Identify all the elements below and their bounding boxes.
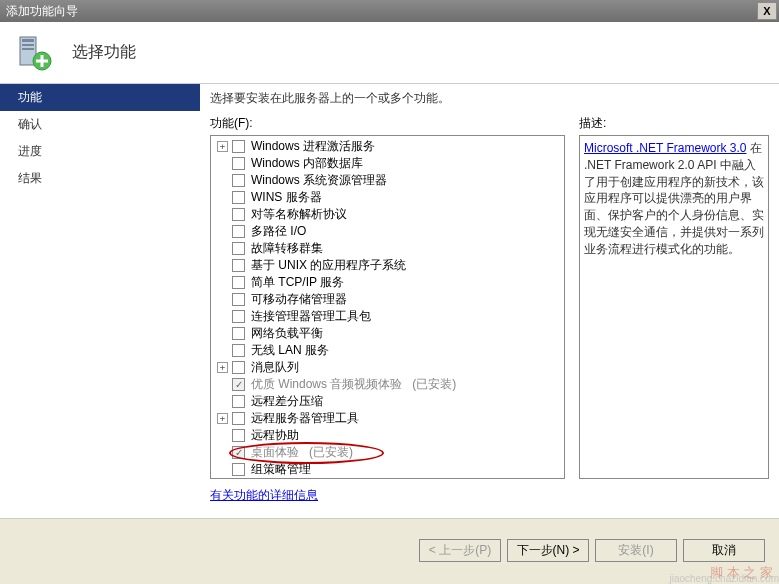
- button-bar: < 上一步(P) 下一步(N) > 安装(I) 取消: [0, 518, 779, 582]
- feature-checkbox[interactable]: [232, 429, 245, 442]
- wizard-header: 选择功能: [0, 22, 779, 84]
- feature-row[interactable]: 基于 UNIX 的应用程序子系统: [211, 257, 564, 274]
- feature-row[interactable]: WINS 服务器: [211, 189, 564, 206]
- feature-row[interactable]: 远程差分压缩: [211, 393, 564, 410]
- description-text: 在 .NET Framework 2.0 API 中融入了用于创建应用程序的新技…: [584, 141, 764, 256]
- feature-row[interactable]: 连接管理器管理工具包: [211, 308, 564, 325]
- feature-label: 对等名称解析协议: [251, 206, 347, 223]
- svg-rect-3: [22, 48, 34, 50]
- prev-button[interactable]: < 上一步(P): [419, 539, 501, 562]
- feature-label: 连接管理器管理工具包: [251, 308, 371, 325]
- expand-icon[interactable]: +: [217, 141, 228, 152]
- feature-label: 故障转移群集: [251, 240, 323, 257]
- feature-row[interactable]: 多路径 I/O: [211, 223, 564, 240]
- svg-rect-2: [22, 44, 34, 46]
- feature-label: 消息队列: [251, 359, 299, 376]
- feature-checkbox[interactable]: [232, 242, 245, 255]
- description-title-link[interactable]: Microsoft .NET Framework 3.0: [584, 141, 746, 155]
- feature-checkbox[interactable]: [232, 395, 245, 408]
- feature-checkbox[interactable]: [232, 344, 245, 357]
- feature-checkbox[interactable]: [232, 412, 245, 425]
- feature-row[interactable]: 故障转移群集: [211, 240, 564, 257]
- installed-badge: (已安装): [309, 444, 353, 461]
- feature-row[interactable]: 可移动存储管理器: [211, 291, 564, 308]
- feature-checkbox[interactable]: [232, 225, 245, 238]
- feature-checkbox[interactable]: [232, 327, 245, 340]
- feature-checkbox[interactable]: [232, 463, 245, 476]
- svg-rect-1: [22, 39, 34, 42]
- feature-label: Windows 进程激活服务: [251, 138, 375, 155]
- feature-checkbox[interactable]: [232, 310, 245, 323]
- features-label: 功能(F):: [210, 115, 565, 132]
- feature-label: 远程服务器管理工具: [251, 410, 359, 427]
- cancel-button[interactable]: 取消: [683, 539, 765, 562]
- feature-checkbox[interactable]: [232, 191, 245, 204]
- feature-label: 可移动存储管理器: [251, 291, 347, 308]
- feature-label: 桌面体验: [251, 444, 299, 461]
- feature-row[interactable]: +消息队列: [211, 359, 564, 376]
- close-button[interactable]: X: [757, 2, 777, 20]
- more-info-link[interactable]: 有关功能的详细信息: [210, 487, 565, 504]
- feature-row[interactable]: Windows 内部数据库: [211, 155, 564, 172]
- sidebar-item-1[interactable]: 确认: [0, 111, 200, 138]
- main-panel: 选择要安装在此服务器上的一个或多个功能。 功能(F): +Windows Ser…: [200, 84, 779, 518]
- feature-label: Windows 系统资源管理器: [251, 172, 387, 189]
- window-title: 添加功能向导: [6, 3, 78, 20]
- wizard-icon: [14, 33, 54, 73]
- sidebar-item-2[interactable]: 进度: [0, 138, 200, 165]
- feature-row[interactable]: 远程协助: [211, 427, 564, 444]
- feature-row[interactable]: 对等名称解析协议: [211, 206, 564, 223]
- sidebar-item-0[interactable]: 功能: [0, 84, 200, 111]
- feature-label: 组策略管理: [251, 461, 311, 478]
- feature-checkbox[interactable]: [232, 259, 245, 272]
- feature-row[interactable]: 简单 TCP/IP 服务: [211, 274, 564, 291]
- installed-badge: (已安装): [412, 376, 456, 393]
- feature-checkbox[interactable]: [232, 157, 245, 170]
- content-area: 功能确认进度结果 选择要安装在此服务器上的一个或多个功能。 功能(F): +Wi…: [0, 84, 779, 518]
- feature-label: 无线 LAN 服务: [251, 342, 329, 359]
- sidebar-item-3[interactable]: 结果: [0, 165, 200, 192]
- feature-label: 远程差分压缩: [251, 393, 323, 410]
- feature-checkbox[interactable]: [232, 276, 245, 289]
- feature-label: WINS 服务器: [251, 189, 322, 206]
- feature-row[interactable]: +Windows 进程激活服务: [211, 138, 564, 155]
- features-tree[interactable]: +Windows Server Backup 功能+Windows 进程激活服务…: [210, 135, 565, 479]
- expand-icon[interactable]: +: [217, 413, 228, 424]
- feature-row[interactable]: 无线 LAN 服务: [211, 342, 564, 359]
- titlebar: 添加功能向导 X: [0, 0, 779, 22]
- install-button[interactable]: 安装(I): [595, 539, 677, 562]
- feature-row[interactable]: 桌面体验(已安装): [211, 444, 564, 461]
- next-button[interactable]: 下一步(N) >: [507, 539, 589, 562]
- page-title: 选择功能: [72, 42, 136, 63]
- sidebar: 功能确认进度结果: [0, 84, 200, 518]
- instruction-text: 选择要安装在此服务器上的一个或多个功能。: [210, 90, 769, 107]
- description-box: Microsoft .NET Framework 3.0 在 .NET Fram…: [579, 135, 769, 479]
- feature-checkbox: [232, 378, 245, 391]
- feature-label: 多路径 I/O: [251, 223, 306, 240]
- feature-checkbox: [232, 446, 245, 459]
- feature-row[interactable]: 网络负载平衡: [211, 325, 564, 342]
- feature-checkbox[interactable]: [232, 361, 245, 374]
- feature-label: 优质 Windows 音频视频体验: [251, 376, 402, 393]
- feature-label: Windows 内部数据库: [251, 155, 363, 172]
- feature-label: 网络负载平衡: [251, 325, 323, 342]
- feature-checkbox[interactable]: [232, 208, 245, 221]
- feature-row[interactable]: Windows 系统资源管理器: [211, 172, 564, 189]
- feature-checkbox[interactable]: [232, 293, 245, 306]
- feature-checkbox[interactable]: [232, 174, 245, 187]
- feature-row[interactable]: +远程服务器管理工具: [211, 410, 564, 427]
- feature-row[interactable]: 组策略管理: [211, 461, 564, 478]
- feature-row[interactable]: 优质 Windows 音频视频体验(已安装): [211, 376, 564, 393]
- feature-label: 远程协助: [251, 427, 299, 444]
- feature-label: 简单 TCP/IP 服务: [251, 274, 344, 291]
- description-label: 描述:: [579, 115, 769, 132]
- expand-icon[interactable]: +: [217, 362, 228, 373]
- feature-checkbox[interactable]: [232, 135, 245, 136]
- feature-checkbox[interactable]: [232, 140, 245, 153]
- feature-label: 基于 UNIX 的应用程序子系统: [251, 257, 406, 274]
